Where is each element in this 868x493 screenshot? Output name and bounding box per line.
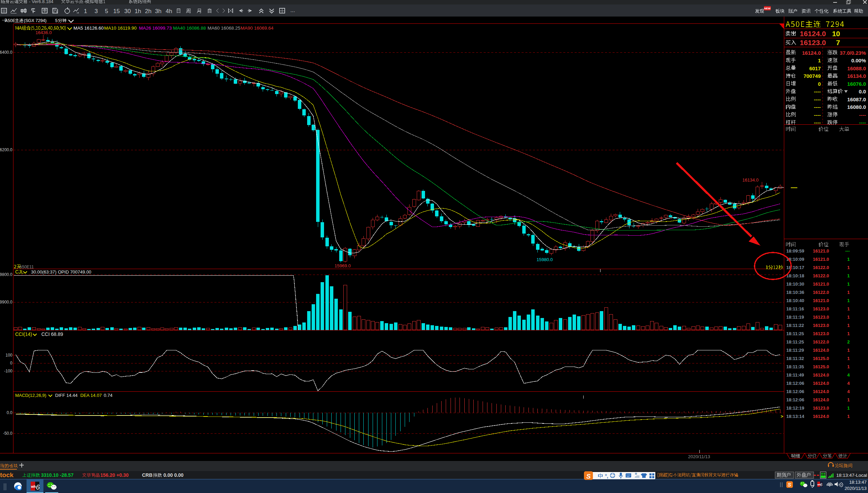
svg-text:3h: 3h [155, 8, 162, 14]
svg-text:1: 1 [847, 315, 850, 320]
svg-text:16123.0: 16123.0 [813, 323, 829, 328]
svg-text:DEA 14.07: DEA 14.07 [80, 393, 102, 398]
svg-text:16124.0: 16124.0 [802, 50, 821, 56]
svg-text:5: 5 [55, 18, 58, 23]
svg-text:18:11:25: 18:11:25 [786, 331, 804, 336]
svg-text:18:11:29: 18:11:29 [786, 348, 804, 353]
svg-text:18:12:19: 18:12:19 [786, 405, 804, 411]
svg-text:1: 1 [847, 298, 850, 303]
svg-text:30.00(63:37): 30.00(63:37) [31, 269, 57, 275]
svg-text:16124.0: 16124.0 [813, 348, 829, 353]
svg-text:18:11:22: 18:11:22 [786, 323, 804, 328]
svg-text:4: 4 [847, 381, 850, 386]
svg-text:----: ---- [859, 112, 866, 118]
svg-text:16121.0: 16121.0 [813, 257, 829, 262]
svg-text:16121.0: 16121.0 [813, 248, 829, 254]
svg-text:2: 2 [847, 339, 850, 345]
svg-text:A50E11: A50E11 [19, 265, 34, 269]
svg-text:1: 1 [847, 405, 850, 411]
svg-text:wh: wh [31, 485, 36, 489]
svg-text:1: 1 [847, 290, 850, 295]
svg-text:MACD(12,26,9): MACD(12,26,9) [15, 393, 46, 398]
svg-text:1: 1 [818, 58, 821, 63]
svg-text:0.0: 0.0 [7, 410, 12, 415]
svg-text:1: 1 [847, 356, 850, 361]
svg-text:18:10:30: 18:10:30 [786, 281, 804, 287]
svg-text:----: ---- [814, 104, 821, 110]
svg-text:16124.0: 16124.0 [813, 389, 829, 394]
svg-text:16080.0: 16080.0 [847, 104, 866, 110]
svg-text:>: > [780, 414, 783, 419]
svg-text:°,: °, [605, 473, 608, 479]
svg-text:18:11:35: 18:11:35 [786, 364, 804, 369]
svg-text:MA90 16069.64: MA90 16069.64 [241, 25, 274, 31]
svg-text:OPID 700749.00: OPID 700749.00 [58, 269, 91, 275]
svg-text:18:11:49: 18:11:49 [786, 372, 804, 378]
svg-text:1: 1 [847, 348, 850, 353]
svg-text:CCI 68.89: CCI 68.89 [41, 331, 63, 337]
svg-text:16134.0: 16134.0 [743, 177, 759, 183]
svg-text:156.20 +0.30: 156.20 +0.30 [100, 472, 129, 478]
svg-text:18:10:18: 18:10:18 [786, 273, 804, 278]
svg-text:2020/11/13: 2020/11/13 [845, 486, 867, 491]
svg-text:18:11:19: 18:11:19 [786, 315, 804, 320]
svg-text:-100: -100 [4, 369, 12, 373]
svg-text:6017: 6017 [809, 65, 821, 71]
svg-text:15: 15 [113, 8, 120, 14]
svg-text:18:13:14: 18:13:14 [786, 414, 805, 419]
svg-text:16122.0: 16122.0 [813, 290, 829, 295]
svg-text:A50E: A50E [5, 18, 16, 23]
svg-text:16122.0: 16122.0 [813, 265, 829, 270]
svg-text:0: 0 [818, 81, 821, 87]
svg-text:18:12:06: 18:12:06 [786, 381, 804, 386]
svg-text:16123.0: 16123.0 [813, 315, 829, 320]
svg-text:7: 7 [836, 39, 840, 47]
svg-text:2020/11/13: 2020/11/13 [688, 454, 710, 459]
svg-text:18:12:06: 18:12:06 [786, 397, 804, 402]
svg-text:16124.0: 16124.0 [813, 414, 829, 419]
svg-text:1: 1 [847, 257, 850, 262]
svg-text:1: 1 [847, 397, 850, 402]
svg-text:3: 3 [94, 8, 98, 14]
svg-text:16123.0: 16123.0 [800, 39, 826, 47]
svg-text:16088.0: 16088.0 [847, 65, 866, 71]
svg-text:----: ---- [814, 112, 821, 118]
svg-text:CCI(14): CCI(14) [15, 331, 32, 337]
svg-text:5: 5 [105, 8, 108, 14]
svg-text:1: 1 [847, 323, 850, 328]
svg-text:6: 6 [36, 483, 40, 491]
svg-text:1: 1 [847, 364, 850, 369]
svg-text:16125.0: 16125.0 [813, 364, 829, 369]
svg-text:-50.0: -50.0 [3, 431, 13, 436]
svg-text:0.00%: 0.00% [851, 58, 866, 63]
svg-text:18:10:40: 18:10:40 [786, 298, 804, 303]
svg-text:16134.0: 16134.0 [847, 73, 866, 79]
svg-text:9900.0: 9900.0 [0, 300, 12, 305]
svg-text:16124.0: 16124.0 [813, 372, 829, 378]
svg-text:6: 6 [820, 482, 822, 487]
svg-text:----: ---- [859, 120, 866, 125]
svg-text:MA40 16086.88: MA40 16086.88 [173, 25, 206, 31]
svg-text:16121.0: 16121.0 [813, 281, 829, 287]
svg-text:18:10:17: 18:10:17 [786, 265, 804, 270]
svg-text:---: --- [845, 248, 850, 254]
svg-text:16087.0: 16087.0 [847, 96, 866, 102]
svg-text:CRB: CRB [142, 472, 152, 478]
svg-text:0.00 0.00: 0.00 0.00 [163, 472, 184, 478]
svg-text:NEW: NEW [764, 7, 771, 10]
svg-text:----: ---- [814, 89, 821, 94]
svg-text:18:13:47: 18:13:47 [849, 480, 867, 485]
svg-text:18:11:25: 18:11:25 [786, 339, 804, 345]
svg-text:DIFF 14.44: DIFF 14.44 [55, 393, 78, 398]
svg-text:15969.0: 15969.0 [335, 263, 351, 268]
svg-text:4: 4 [847, 389, 850, 394]
svg-text:16400.0: 16400.0 [0, 50, 12, 55]
svg-text:4h: 4h [166, 8, 172, 14]
svg-text:16124.0: 16124.0 [813, 397, 829, 402]
svg-text:18:13:47-Local: 18:13:47-Local [836, 473, 867, 478]
svg-text:16123.0: 16123.0 [813, 331, 829, 336]
svg-text:1h: 1h [135, 8, 141, 14]
svg-text:16436.0: 16436.0 [36, 30, 52, 35]
svg-text:1: 1 [847, 265, 850, 270]
svg-text:16200.0: 16200.0 [0, 147, 12, 152]
